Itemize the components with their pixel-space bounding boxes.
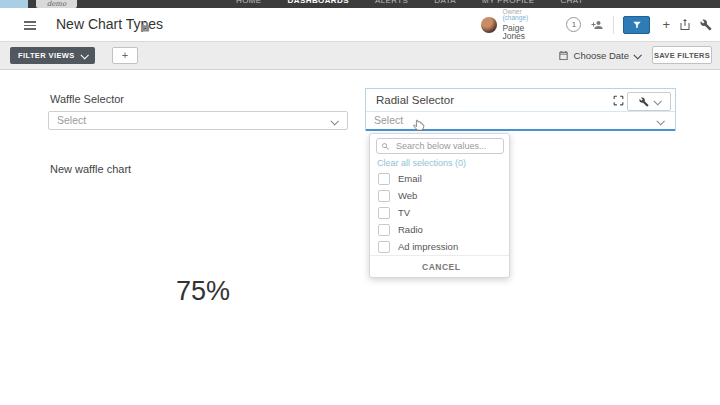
search-icon	[381, 142, 390, 151]
owner-info: Owner (change) Paige Jones	[502, 9, 548, 41]
mouse-cursor-hand	[412, 119, 425, 137]
add-filter-view-button[interactable]: +	[112, 47, 138, 64]
nav-item-home[interactable]: HOME	[236, 0, 262, 5]
nav-item-dashboards[interactable]: DASHBOARDS	[288, 0, 349, 5]
waffle-select-dropdown[interactable]: Select	[48, 111, 348, 130]
checkbox-tv[interactable]	[378, 207, 390, 219]
search-values-input[interactable]	[394, 140, 498, 152]
chevron-down-icon	[656, 117, 664, 125]
checkbox-ad-impression[interactable]	[378, 241, 390, 253]
wrench-icon[interactable]	[700, 19, 712, 31]
filter-views-label: FILTER VIEWS	[18, 51, 75, 60]
checkbox-web[interactable]	[378, 190, 390, 202]
filter-views-button[interactable]: FILTER VIEWS	[10, 47, 95, 64]
filter-options-list: EmailWebTVRadioAd impression	[370, 170, 509, 255]
topnav-items: HOMEDASHBOARDSALERTSDATAMY PROFILECHAT	[236, 0, 583, 5]
chevron-down-icon	[653, 97, 661, 105]
option-row-tv[interactable]: TV	[370, 204, 509, 221]
calendar-icon	[558, 50, 569, 61]
waffle-chart-title: New waffle chart	[50, 163, 131, 175]
filter-button[interactable]	[623, 16, 650, 34]
lock-icon[interactable]	[140, 19, 151, 37]
apply-button[interactable]: APPLY	[461, 255, 498, 273]
app-window: demo HOMEDASHBOARDSALERTSDATAMY PROFILEC…	[0, 0, 720, 405]
option-label: TV	[398, 207, 410, 218]
add-icon[interactable]: +	[662, 20, 670, 30]
filter-toolbar: FILTER VIEWS + Choose Date SAVE FILTERS	[0, 42, 720, 70]
divider	[613, 16, 614, 34]
option-row-ad-impression[interactable]: Ad impression	[370, 238, 509, 255]
waffle-selector-title: Waffle Selector	[50, 93, 124, 105]
choose-date-button[interactable]: Choose Date	[558, 47, 640, 64]
clear-all-selections-link[interactable]: Clear all selections (0)	[377, 158, 466, 168]
option-label: Email	[398, 173, 422, 184]
add-user-icon[interactable]	[590, 19, 604, 31]
waffle-percentage-label: 75%	[158, 276, 248, 307]
filter-values-dropdown: Clear all selections (0) EmailWebTVRadio…	[369, 133, 510, 278]
option-row-radio[interactable]: Radio	[370, 221, 509, 238]
checkbox-radio[interactable]	[378, 224, 390, 236]
header-actions: Owner (change) Paige Jones 1 +	[481, 8, 712, 41]
option-label: Radio	[398, 224, 423, 235]
nav-item-chat[interactable]: CHAT	[560, 0, 583, 5]
chevron-down-icon	[330, 117, 338, 125]
save-filters-button[interactable]: SAVE FILTERS	[652, 46, 712, 64]
radial-selector-title: Radial Selector	[376, 94, 454, 106]
chart-settings-button[interactable]	[627, 92, 671, 111]
waffle-chart	[101, 226, 346, 281]
chevron-down-icon	[633, 51, 641, 59]
owner-change-link[interactable]: (change)	[502, 14, 528, 21]
nav-item-data[interactable]: DATA	[434, 0, 456, 5]
option-label: Web	[398, 190, 417, 201]
radial-select-placeholder: Select	[374, 114, 403, 126]
header-bar: New Chart Types Owner (change) Paige Jon…	[0, 8, 720, 42]
option-row-email[interactable]: Email	[370, 170, 509, 187]
funnel-icon	[632, 20, 642, 30]
search-box	[376, 138, 504, 154]
owner-avatar	[481, 17, 497, 33]
nav-item-my-profile[interactable]: MY PROFILE	[482, 0, 534, 5]
nav-item-alerts[interactable]: ALERTS	[375, 0, 408, 5]
owner-name: Paige Jones	[502, 24, 548, 41]
choose-date-label: Choose Date	[574, 50, 629, 61]
option-label: Ad impression	[398, 241, 458, 252]
app-logo[interactable]: demo	[36, 0, 77, 8]
top-navigation-bar: demo HOMEDASHBOARDSALERTSDATAMY PROFILEC…	[0, 0, 720, 8]
share-icon[interactable]	[679, 18, 691, 31]
corner-block	[0, 0, 28, 8]
cancel-button[interactable]: CANCEL	[422, 262, 460, 272]
hamburger-menu-icon[interactable]	[24, 21, 36, 30]
wrench-icon	[639, 97, 649, 107]
chevron-down-icon	[80, 51, 88, 59]
checkbox-email[interactable]	[378, 173, 390, 185]
fullscreen-icon[interactable]	[612, 93, 625, 111]
waffle-select-placeholder: Select	[57, 114, 86, 126]
option-row-web[interactable]: Web	[370, 187, 509, 204]
viewer-count-badge[interactable]: 1	[566, 17, 581, 32]
